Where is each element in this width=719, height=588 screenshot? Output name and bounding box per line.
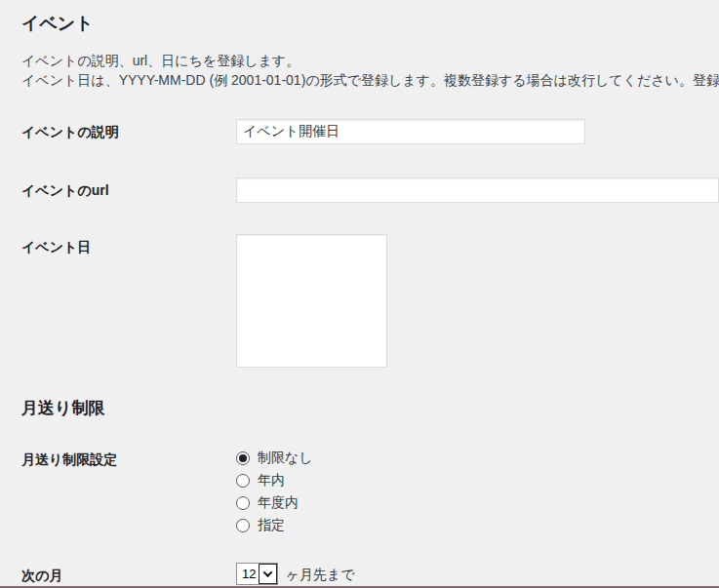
description-line-1: イベントの説明、url、日にちを登録します。 xyxy=(21,51,719,70)
description-line-2: イベント日は、YYYY-MM-DD (例 2001-01-01)の形式で登録しま… xyxy=(21,70,719,90)
field-row-limit-setting: 月送り制限設定 制限なし 年内 年度内 指定 xyxy=(21,447,719,536)
event-dates-textarea[interactable] xyxy=(236,234,387,368)
event-description-input[interactable] xyxy=(236,119,585,144)
event-settings-page: イベント イベントの説明、url、日にちを登録します。 イベント日は、YYYY-… xyxy=(0,0,719,585)
field-row-event-url: イベントのurl xyxy=(21,177,719,203)
radio-option-label: 指定 xyxy=(258,517,285,534)
radio-unchecked-icon[interactable] xyxy=(236,474,250,488)
radio-option-within-year[interactable]: 年内 xyxy=(236,469,313,491)
select-arrow-button[interactable] xyxy=(259,564,277,584)
radio-unchecked-icon[interactable] xyxy=(236,519,250,532)
radio-unchecked-icon[interactable] xyxy=(236,496,250,510)
next-month-selected-value: 12 xyxy=(237,564,259,584)
radio-checked-icon[interactable] xyxy=(236,451,250,465)
next-month-label: 次の月 xyxy=(21,563,236,582)
event-url-input[interactable] xyxy=(236,177,719,203)
chevron-down-icon xyxy=(263,568,273,577)
next-month-control: 12 ヶ月先まで xyxy=(236,563,354,585)
limit-setting-label: 月送り制限設定 xyxy=(21,447,236,466)
page-description: イベントの説明、url、日にちを登録します。 イベント日は、YYYY-MM-DD… xyxy=(21,51,719,90)
next-month-suffix: ヶ月先まで xyxy=(285,563,354,581)
event-description-label: イベントの説明 xyxy=(21,119,236,138)
radio-option-specified[interactable]: 指定 xyxy=(236,514,313,536)
next-month-select[interactable]: 12 xyxy=(236,563,278,585)
field-row-next-month: 次の月 12 ヶ月先まで xyxy=(21,563,719,585)
field-row-event-dates: イベント日 xyxy=(21,234,719,368)
page-title: イベント xyxy=(21,15,719,32)
event-url-label: イベントのurl xyxy=(21,177,236,197)
field-row-event-description: イベントの説明 xyxy=(21,119,719,144)
limit-setting-radio-group: 制限なし 年内 年度内 指定 xyxy=(236,447,313,536)
radio-option-label: 制限なし xyxy=(258,450,313,467)
radio-option-label: 年度内 xyxy=(258,494,299,512)
radio-option-no-limit[interactable]: 制限なし xyxy=(236,447,313,469)
radio-option-within-fiscal-year[interactable]: 年度内 xyxy=(236,491,313,514)
event-dates-label: イベント日 xyxy=(21,234,236,254)
radio-option-label: 年内 xyxy=(258,472,285,490)
month-limit-section-title: 月送り制限 xyxy=(21,400,719,416)
